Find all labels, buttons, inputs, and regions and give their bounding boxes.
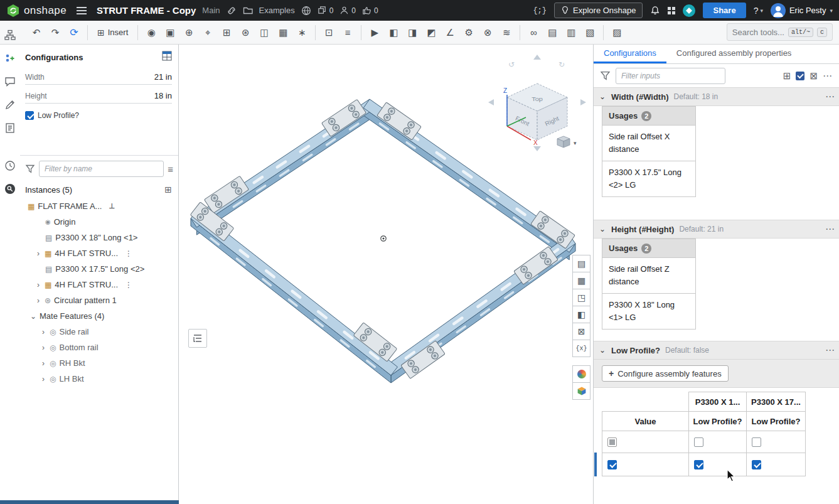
- chevron-right-icon[interactable]: ›: [35, 296, 41, 305]
- config-menu-icon[interactable]: ⋮: [125, 281, 132, 289]
- circular-pattern-icon[interactable]: ⊛: [237, 24, 254, 41]
- rotate-right-arrow[interactable]: [580, 99, 586, 105]
- tree-item-p3300-175[interactable]: ▤ P3300 X 17.5" Long <2>: [20, 261, 178, 277]
- tree-item-side-rail-mate[interactable]: › ◎ Side rail: [20, 324, 178, 340]
- tab-configurations[interactable]: Configurations: [594, 45, 666, 63]
- usage-row[interactable]: Side rail Offset Z distance: [602, 258, 695, 294]
- history-icon[interactable]: [3, 158, 18, 173]
- width-value[interactable]: 21 in: [154, 72, 172, 82]
- gear-icon[interactable]: ⚙: [460, 24, 478, 41]
- assembly-model[interactable]: Top Front Right Z X ↺ ↻ ▾: [179, 45, 593, 504]
- document-title[interactable]: STRUT FRAME - Copy: [97, 5, 196, 16]
- low-profile-checkbox-2[interactable]: [752, 437, 761, 447]
- bom-panel-icon[interactable]: ▤: [572, 255, 591, 272]
- explore-onshape-button[interactable]: Explore Onshape: [554, 3, 643, 18]
- low-profile-checkbox-row[interactable]: Low Profile?: [25, 111, 173, 120]
- usage-row[interactable]: P3300 X 18" Long <1> LG: [602, 294, 695, 330]
- table-view-icon[interactable]: ⊞: [783, 70, 791, 82]
- checkbox-view-icon[interactable]: [796, 72, 804, 80]
- filter-by-name-input[interactable]: [39, 161, 164, 177]
- more-options-icon[interactable]: ⋯: [825, 91, 835, 102]
- public-icon[interactable]: [301, 6, 311, 16]
- chevron-right-icon[interactable]: ›: [40, 375, 46, 383]
- linear-pattern-icon[interactable]: ⊞: [218, 24, 235, 41]
- low-profile-section-header[interactable]: ⌄ Low Profile? Default: false ⋯: [594, 341, 839, 360]
- rotate-down-arrow[interactable]: [533, 146, 541, 151]
- display-states-icon[interactable]: ◨: [403, 24, 421, 41]
- chevron-right-icon[interactable]: ›: [40, 328, 46, 336]
- drawing-icon[interactable]: ▧: [581, 24, 599, 41]
- config-row-false[interactable]: [602, 431, 806, 453]
- fasten-icon[interactable]: ⊕: [180, 24, 198, 41]
- document-structure-icon[interactable]: [3, 28, 18, 43]
- edit-document-icon[interactable]: [3, 97, 18, 112]
- chevron-down-icon[interactable]: ⌄: [599, 225, 606, 233]
- bottom-tabs-bar[interactable]: [0, 500, 179, 504]
- featurescript-icon[interactable]: {;}: [533, 6, 547, 15]
- link-icon[interactable]: [227, 6, 237, 16]
- chevron-right-icon[interactable]: ›: [35, 281, 41, 289]
- copies-stat[interactable]: 0: [318, 6, 334, 15]
- chevron-down-icon[interactable]: ⌄: [599, 346, 606, 355]
- tree-item-p3300-18[interactable]: ▤ P3300 X 18" Long <1>: [20, 230, 178, 245]
- tree-item-lh-bkt-mate[interactable]: › ◎ LH Bkt: [20, 371, 178, 387]
- config-row-true[interactable]: [602, 453, 806, 476]
- chevron-right-icon[interactable]: ›: [40, 359, 46, 368]
- tree-item-rh-bkt-mate[interactable]: › ◎ RH Bkt: [20, 355, 178, 371]
- animate-icon[interactable]: ▶: [366, 24, 383, 41]
- app-store-icon[interactable]: [668, 7, 675, 14]
- assembly-tree-flyout-button[interactable]: [188, 329, 207, 348]
- more-options-icon[interactable]: ⋯: [825, 223, 835, 235]
- tab-configured-assembly-properties[interactable]: Configured assembly properties: [666, 45, 802, 63]
- sprocket-icon[interactable]: ⊗: [479, 24, 496, 41]
- config-menu-icon[interactable]: ⋮: [125, 249, 132, 258]
- usage-row[interactable]: P3300 X 17.5" Long <2> LG: [602, 161, 695, 197]
- structure-list-icon[interactable]: ▥: [562, 24, 580, 41]
- section-panel-icon[interactable]: ◧: [572, 306, 591, 323]
- section-view-icon[interactable]: ◧: [385, 24, 402, 41]
- variables-icon[interactable]: {x}: [572, 340, 591, 357]
- configuration-table-icon[interactable]: [162, 51, 172, 63]
- onshape-logo[interactable]: onshape: [6, 4, 67, 18]
- likes-stat[interactable]: 0: [362, 6, 378, 15]
- appearance-icon[interactable]: ◩: [422, 24, 440, 41]
- belt-icon[interactable]: ≋: [498, 24, 515, 41]
- tree-item-root-assembly[interactable]: ▦ FLAT FRAME A... ⊥: [20, 198, 178, 214]
- tree-item-bottom-rail-mate[interactable]: › ◎ Bottom rail: [20, 340, 178, 355]
- search-icon[interactable]: [3, 181, 18, 196]
- filter-inputs-input[interactable]: [616, 68, 725, 84]
- folder-name[interactable]: Examples: [259, 6, 295, 15]
- height-field[interactable]: Height 18 in: [25, 86, 172, 104]
- tree-item-circular-pattern[interactable]: › ⊛ Circular pattern 1: [20, 292, 178, 308]
- view-options-button[interactable]: ▾: [557, 136, 577, 147]
- notifications-icon[interactable]: [650, 6, 660, 16]
- tree-item-subassembly-2[interactable]: › ▦ 4H FLAT STRU... ⋮: [20, 277, 178, 292]
- tree-item-origin[interactable]: ◉ Origin: [20, 214, 178, 230]
- chevron-right-icon[interactable]: ›: [40, 343, 46, 352]
- usage-row[interactable]: Side rail Offset X distance: [602, 126, 695, 161]
- rotate-left-arrow[interactable]: [488, 99, 494, 105]
- origin-marker[interactable]: [381, 236, 386, 241]
- configure-assembly-features-button[interactable]: + Configure assembly features: [602, 365, 729, 382]
- matrix-view-icon[interactable]: ⊠: [810, 70, 818, 82]
- open-flyout-icon[interactable]: ⊞: [164, 185, 172, 195]
- notes-icon[interactable]: [3, 121, 18, 136]
- mirror-icon[interactable]: ◫: [255, 24, 273, 41]
- user-menu[interactable]: Eric Pesty ▾: [771, 3, 833, 18]
- follow-mode-icon[interactable]: [3, 51, 18, 66]
- cube-face-top[interactable]: Top: [532, 96, 543, 102]
- comments-icon[interactable]: [3, 74, 18, 89]
- insert-button[interactable]: ⊞ Insert: [92, 24, 133, 41]
- search-tools[interactable]: Search tools... alt/~ c: [727, 23, 833, 41]
- help-menu[interactable]: ? ▾: [754, 6, 763, 16]
- roll-right-icon[interactable]: ↻: [558, 60, 565, 69]
- low-profile-checkbox-2[interactable]: [752, 460, 761, 469]
- undo-button[interactable]: ↶: [28, 24, 45, 41]
- appearance-panel-icon[interactable]: [572, 365, 591, 383]
- explode-icon[interactable]: ∗: [293, 24, 311, 41]
- tree-item-subassembly-1[interactable]: › ▦ 4H FLAT STRU... ⋮: [20, 245, 178, 261]
- replicate-icon[interactable]: ▦: [274, 24, 292, 41]
- group-icon[interactable]: ▣: [161, 24, 179, 41]
- display-options-icon[interactable]: [572, 382, 591, 400]
- chevron-right-icon[interactable]: ›: [35, 249, 41, 258]
